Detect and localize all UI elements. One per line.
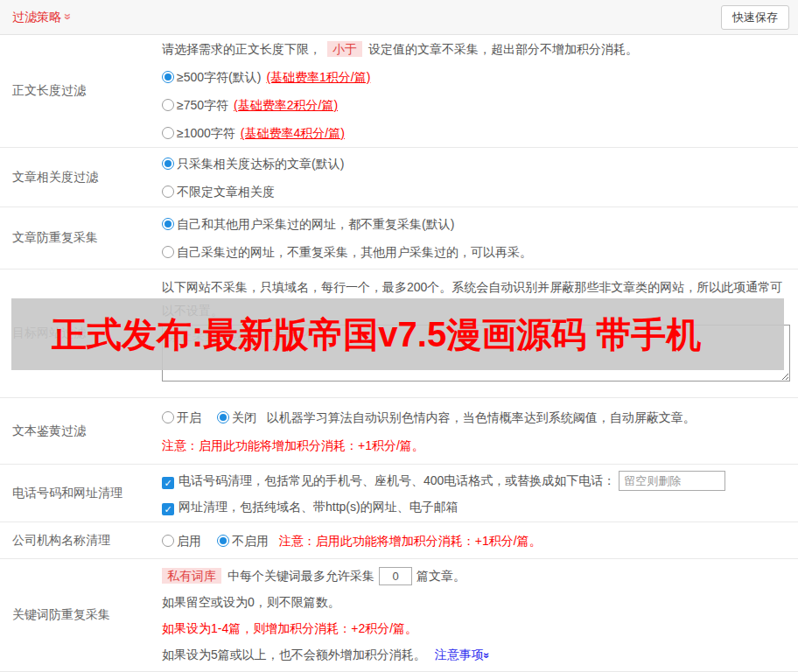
notice-link[interactable]: 注意事项: [435, 648, 490, 662]
keyword-note-five: 如果设为5篇或以上，也不会额外增加积分消耗。注意事项: [162, 641, 791, 668]
relevance-option-strict-label: 只采集相关度达标的文章(默认): [177, 157, 344, 171]
row-label-porn-filter: 文本鉴黄过滤: [0, 398, 162, 464]
radio-company-on-icon[interactable]: [162, 535, 174, 547]
row-target-site-filter: 目标网站过滤 以下网站不采集，只填域名，每行一个，最多200个。系统会自动识别并…: [0, 270, 798, 398]
porn-filter-on-label: 开启: [177, 410, 201, 424]
less-than-highlight: 小于: [327, 41, 362, 57]
row-company-name-clean: 公司机构名称清理 启用 不启用 注意：启用此功能将增加积分消耗：+1积分/篇。: [0, 522, 798, 559]
row-label-dedup: 文章防重复采集: [0, 207, 162, 269]
length-option-500-fee[interactable]: (基础费率1积分/篇): [266, 70, 370, 84]
row-label-relevance: 文章相关度过滤: [0, 148, 162, 206]
keyword-limit-mid: 中每个关键词最多允许采集: [228, 569, 374, 583]
company-clean-options: 启用 不启用 注意：启用此功能将增加积分消耗：+1积分/篇。: [162, 528, 791, 554]
length-option-750[interactable]: ≥750字符(基础费率2积分/篇): [162, 91, 791, 119]
company-clean-on-option[interactable]: 启用: [162, 534, 201, 548]
row-dedup-collect: 文章防重复采集 自己和其他用户采集过的网址，都不重复采集(默认) 自己采集过的网…: [0, 207, 798, 270]
company-clean-off-label: 不启用: [232, 534, 269, 548]
length-option-1000[interactable]: ≥1000字符(基础费率4积分/篇): [162, 119, 791, 147]
porn-filter-off-option[interactable]: 关闭: [217, 410, 256, 424]
row-label-keyword-dedup: 关键词防重复采集: [0, 559, 162, 671]
checkbox-phone-clean-icon[interactable]: [162, 477, 174, 489]
url-clean-option[interactable]: 网址清理，包括纯域名、带http(s)的网址、电子邮箱: [162, 494, 791, 520]
row-relevance-filter: 文章相关度过滤 只采集相关度达标的文章(默认) 不限定文章相关度: [0, 148, 798, 207]
replacement-phone-input[interactable]: [619, 471, 725, 491]
porn-filter-off-label: 关闭: [232, 410, 256, 424]
quick-save-button[interactable]: 快速保存: [721, 5, 789, 30]
header-bar: 过滤策略 快速保存: [0, 0, 798, 35]
radio-500-icon[interactable]: [162, 71, 174, 83]
checkbox-url-clean-icon[interactable]: [162, 503, 174, 515]
porn-filter-desc: 以机器学习算法自动识别色情内容，当色情概率达到系统阈值，自动屏蔽文章。: [267, 410, 696, 424]
company-clean-off-option[interactable]: 不启用: [217, 534, 269, 548]
length-option-500[interactable]: ≥500字符(默认)(基础费率1积分/篇): [162, 63, 791, 91]
radio-750-icon[interactable]: [162, 99, 174, 111]
row-body-length-filter: 正文长度过滤 请选择需求的正文长度下限，小于设定值的文章不采集，超出部分不增加积…: [0, 35, 798, 148]
desc-suffix: 设定值的文章不采集，超出部分不增加积分消耗。: [368, 42, 638, 56]
dedup-option-self-label: 自己采集过的网址，不重复采集，其他用户采集过的，可以再采。: [177, 245, 532, 259]
dedup-option-global[interactable]: 自己和其他用户采集过的网址，都不重复采集(默认): [162, 210, 791, 238]
chevron-down-icon: [61, 13, 75, 20]
row-phone-url-clean: 电话号码和网址清理 电话号码清理，包括常见的手机号、座机号、400电话格式，或替…: [0, 465, 798, 522]
length-option-750-fee[interactable]: (基础费率2积分/篇): [234, 98, 338, 112]
page-title: 过滤策略: [12, 10, 61, 24]
length-option-750-label: ≥750字符: [177, 98, 228, 112]
company-clean-on-label: 启用: [177, 534, 201, 548]
body-length-desc: 请选择需求的正文长度下限，小于设定值的文章不采集，超出部分不增加积分消耗。: [162, 35, 791, 63]
dedup-option-self[interactable]: 自己采集过的网址，不重复采集，其他用户采集过的，可以再采。: [162, 238, 791, 266]
target-site-desc: 以下网站不采集，只填域名，每行一个，最多200个。系统会自动识别并屏蔽那些非文章…: [162, 276, 791, 323]
row-label-target-site: 目标网站过滤: [0, 270, 162, 397]
row-label-body-length: 正文长度过滤: [0, 35, 162, 147]
length-option-500-label: ≥500字符(默认): [177, 70, 261, 84]
length-option-1000-label: ≥1000字符: [177, 126, 235, 140]
radio-porn-off-icon[interactable]: [217, 411, 229, 424]
length-option-1000-fee[interactable]: (基础费率4积分/篇): [241, 126, 345, 140]
radio-company-off-icon[interactable]: [217, 535, 229, 547]
relevance-option-any-label: 不限定文章相关度: [177, 185, 275, 199]
row-label-phone-url: 电话号码和网址清理: [0, 465, 162, 522]
relevance-option-any[interactable]: 不限定文章相关度: [162, 178, 791, 206]
radio-dedup-self-icon[interactable]: [162, 246, 174, 258]
radio-relevance-strict-icon[interactable]: [162, 158, 174, 170]
url-clean-label: 网址清理，包括纯域名、带http(s)的网址、电子邮箱: [178, 500, 458, 514]
keyword-count-input[interactable]: [379, 567, 412, 585]
radio-dedup-global-icon[interactable]: [162, 218, 174, 230]
keyword-note-cost: 如果设为1-4篇，则增加积分消耗：+2积分/篇。: [162, 615, 791, 641]
phone-clean-label: 电话号码清理，包括常见的手机号、座机号、400电话格式，或替换成如下电话：: [178, 473, 615, 487]
row-label-company-clean: 公司机构名称清理: [0, 522, 162, 558]
porn-filter-options: 开启 关闭 以机器学习算法自动识别色情内容，当色情概率达到系统阈值，自动屏蔽文章…: [162, 403, 791, 431]
page-title-group[interactable]: 过滤策略: [12, 10, 72, 25]
dedup-option-global-label: 自己和其他用户采集过的网址，都不重复采集(默认): [177, 217, 454, 231]
blocked-domains-textarea[interactable]: [162, 325, 790, 382]
chevron-down-icon: [473, 652, 500, 658]
desc-prefix: 请选择需求的正文长度下限，: [162, 42, 321, 56]
row-porn-filter: 文本鉴黄过滤 开启 关闭 以机器学习算法自动识别色情内容，当色情概率达到系统阈值…: [0, 398, 798, 465]
private-lexicon-highlight[interactable]: 私有词库: [162, 568, 221, 584]
keyword-note-five-text: 如果设为5篇或以上，也不会额外增加积分消耗。: [162, 648, 426, 662]
radio-relevance-any-icon[interactable]: [162, 186, 174, 198]
relevance-option-strict[interactable]: 只采集相关度达标的文章(默认): [162, 150, 791, 178]
company-clean-note: 注意：启用此功能将增加积分消耗：+1积分/篇。: [279, 534, 542, 548]
row-keyword-dedup: 关键词防重复采集 私有词库中每个关键词最多允许采集篇文章。 如果留空或设为0，则…: [0, 559, 798, 672]
radio-porn-on-icon[interactable]: [162, 411, 174, 424]
radio-1000-icon[interactable]: [162, 127, 174, 139]
phone-clean-option[interactable]: 电话号码清理，包括常见的手机号、座机号、400电话格式，或替换成如下电话：: [162, 467, 791, 494]
keyword-limit-line: 私有词库中每个关键词最多允许采集篇文章。: [162, 563, 791, 589]
keyword-note-zero: 如果留空或设为0，则不限篇数。: [162, 589, 791, 615]
porn-filter-on-option[interactable]: 开启: [162, 410, 201, 424]
keyword-limit-suffix: 篇文章。: [416, 569, 466, 583]
porn-filter-note: 注意：启用此功能将增加积分消耗：+1积分/篇。: [162, 431, 791, 459]
